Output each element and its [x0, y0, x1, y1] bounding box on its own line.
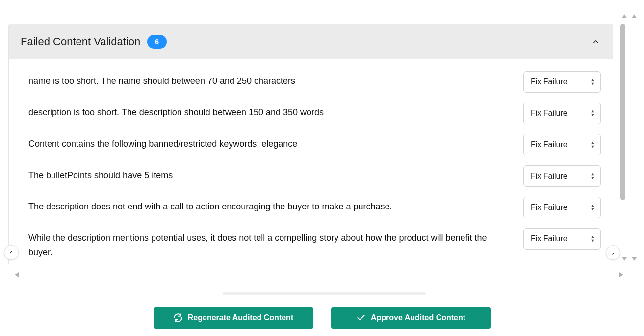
approve-button[interactable]: Approve Audited Content [331, 307, 491, 329]
failure-message: description is too short. The descriptio… [28, 103, 494, 120]
validation-panel: Failed Content Validation 6 name is too … [8, 24, 613, 264]
panel-body: name is too short. The name should betwe… [9, 59, 613, 264]
fix-failure-label: Fix Failure [531, 78, 567, 86]
failure-row: name is too short. The name should betwe… [28, 71, 601, 93]
sort-caret-icon [590, 140, 595, 149]
triangle-down-icon[interactable] [631, 255, 637, 264]
failure-row: Content contains the following banned/re… [28, 134, 601, 155]
regenerate-button[interactable]: Regenerate Audited Content [154, 307, 313, 329]
carousel-down-controls [621, 255, 637, 264]
next-button[interactable] [606, 245, 620, 260]
fix-failure-select[interactable]: Fix Failure [523, 228, 601, 250]
fix-failure-label: Fix Failure [531, 140, 567, 149]
fix-failure-select[interactable]: Fix Failure [523, 71, 601, 93]
regenerate-label: Regenerate Audited Content [188, 313, 293, 322]
panel-title: Failed Content Validation [21, 35, 140, 48]
triangle-up-icon[interactable] [621, 12, 627, 21]
carousel-up-controls [621, 12, 637, 21]
fix-failure-label: Fix Failure [531, 172, 567, 181]
sort-caret-icon [590, 234, 595, 243]
fix-failure-label: Fix Failure [531, 203, 567, 212]
refresh-icon [173, 313, 183, 323]
scrollbar[interactable] [620, 24, 627, 264]
chevron-left-icon [8, 250, 14, 256]
failure-message: Content contains the following banned/re… [28, 134, 494, 151]
fix-failure-label: Fix Failure [531, 234, 567, 243]
fix-failure-select[interactable]: Fix Failure [523, 165, 601, 187]
sort-caret-icon [590, 172, 595, 181]
fix-failure-select[interactable]: Fix Failure [523, 103, 601, 124]
action-bar: Regenerate Audited Content Approve Audit… [0, 307, 644, 329]
sort-caret-icon [590, 203, 595, 212]
failure-row: The description does not end with a call… [28, 197, 601, 218]
triangle-left-icon[interactable] [14, 271, 20, 280]
panel-header[interactable]: Failed Content Validation 6 [9, 24, 613, 59]
fix-failure-select[interactable]: Fix Failure [523, 197, 601, 218]
divider [223, 292, 426, 295]
prev-button[interactable] [4, 245, 19, 260]
chevron-up-icon[interactable] [591, 37, 601, 47]
failure-row: While the description mentions potential… [28, 228, 601, 259]
approve-label: Approve Audited Content [371, 313, 465, 322]
chevron-right-icon [610, 250, 616, 256]
failure-message: The description does not end with a call… [28, 197, 494, 214]
failure-message: The bulletPoints should have 5 items [28, 165, 494, 182]
count-badge: 6 [147, 35, 167, 49]
check-icon [356, 313, 366, 323]
carousel-horizontal-controls [14, 271, 624, 280]
sort-caret-icon [590, 109, 595, 118]
sort-caret-icon [590, 78, 595, 86]
fix-failure-select[interactable]: Fix Failure [523, 134, 601, 155]
failure-message: name is too short. The name should betwe… [28, 71, 494, 88]
failure-row: description is too short. The descriptio… [28, 103, 601, 124]
triangle-down-icon[interactable] [621, 255, 627, 264]
scrollbar-thumb[interactable] [620, 24, 625, 200]
failure-message: While the description mentions potential… [28, 228, 494, 259]
panel-header-left: Failed Content Validation 6 [21, 35, 167, 49]
fix-failure-label: Fix Failure [531, 109, 567, 118]
failure-row: The bulletPoints should have 5 items Fix… [28, 165, 601, 187]
triangle-right-icon[interactable] [618, 271, 624, 280]
triangle-up-icon[interactable] [631, 12, 637, 21]
